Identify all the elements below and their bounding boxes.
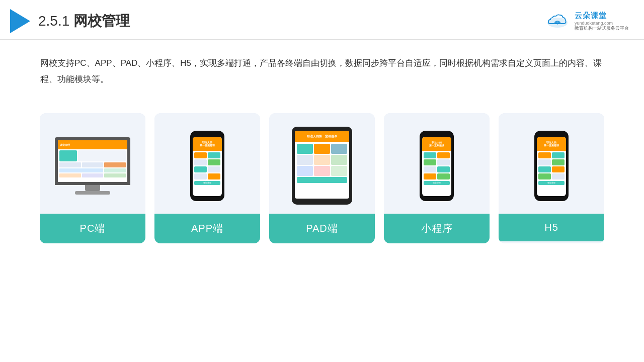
- phone-header-text-h5: 职达人的第一堂刷题课: [544, 141, 559, 147]
- tablet-content: 职达人的第一堂刷题课: [295, 131, 349, 199]
- card-pc-label: PC端: [40, 214, 145, 243]
- phone-notch-h5: [546, 134, 556, 137]
- phone-header-text-app: 职达人的第一堂刷题课: [200, 141, 215, 147]
- card-pc-image: 课堂管理: [40, 113, 145, 214]
- card-app: 职达人的第一堂刷题课: [154, 113, 260, 243]
- tablet-block-5: [314, 155, 330, 165]
- card-h5-image: 职达人的第一堂刷题课: [499, 113, 604, 214]
- tablet-block-8: [314, 166, 330, 176]
- phone-screen-h5: 职达人的第一堂刷题课: [537, 137, 566, 196]
- pc-screen: 课堂管理: [55, 137, 130, 185]
- tablet-block-7: [297, 166, 313, 176]
- logo-url: yunduoketang.com: [575, 21, 613, 26]
- card-pad: 职达人的第一堂刷题课: [269, 113, 375, 243]
- pc-mockup: 课堂管理: [55, 137, 130, 195]
- pc-stand: [85, 185, 100, 191]
- title-number: 2.5.1: [38, 13, 69, 29]
- tablet-header: 职达人的第一堂刷题课: [295, 131, 349, 142]
- phone-mockup-h5: 职达人的第一堂刷题课: [534, 131, 569, 201]
- pc-screen-content: 课堂管理: [58, 140, 127, 182]
- tablet-block-4: [297, 155, 313, 165]
- card-pad-label: PAD端: [269, 214, 375, 243]
- cloud-logo-icon: [544, 12, 571, 31]
- phone-notch-mini: [432, 134, 442, 137]
- card-h5-label: H5: [499, 214, 604, 241]
- header: 2.5.1 网校管理 云朵课堂 yunduoketang.com 教育机构一站式…: [0, 0, 644, 40]
- card-h5: 职达人的第一堂刷题课: [499, 113, 604, 243]
- play-icon: [10, 9, 30, 33]
- phone-notch-app: [202, 134, 212, 137]
- phone-body-mini: 领取课程: [422, 151, 451, 187]
- title-text: 网校管理: [73, 13, 130, 29]
- tablet-block-9: [331, 166, 347, 176]
- phone-header-mini: 职达人的第一堂刷题课: [422, 137, 451, 151]
- phone-screen-mini: 职达人的第一堂刷题课: [422, 137, 451, 196]
- card-pad-image: 职达人的第一堂刷题课: [269, 113, 375, 214]
- phone-header-text-mini: 职达人的第一堂刷题课: [429, 141, 444, 147]
- card-app-image: 职达人的第一堂刷题课: [154, 113, 260, 214]
- svg-point-1: [557, 23, 558, 25]
- tablet-block-1: [297, 144, 313, 154]
- card-app-label: APP端: [154, 214, 260, 243]
- phone-screen-app: 职达人的第一堂刷题课: [193, 137, 222, 196]
- card-miniprogram: 职达人的第一堂刷题课: [384, 113, 490, 243]
- tablet-block-6: [331, 155, 347, 165]
- tablet-block-wide: [297, 177, 347, 183]
- logo-area: 云朵课堂 yunduoketang.com 教育机构一站式服务云平台: [544, 11, 629, 32]
- phone-body-app: 领取课程: [193, 151, 222, 187]
- phone-body-h5: 领取课程: [537, 151, 566, 187]
- phone-header-app: 职达人的第一堂刷题课: [193, 137, 222, 151]
- card-miniprogram-image: 职达人的第一堂刷题课: [384, 113, 490, 214]
- description-text: 网校支持PC、APP、PAD、小程序、H5，实现多端打通，产品各终端自由切换，数…: [40, 55, 604, 88]
- phone-mockup-app: 职达人的第一堂刷题课: [190, 131, 224, 201]
- card-pc: 课堂管理: [40, 113, 145, 243]
- logo-text: 云朵课堂 yunduoketang.com 教育机构一站式服务云平台: [575, 11, 629, 32]
- tablet-block-2: [314, 144, 330, 154]
- phone-header-h5: 职达人的第一堂刷题课: [537, 137, 566, 151]
- logo-name: 云朵课堂: [575, 11, 607, 21]
- card-miniprogram-label: 小程序: [384, 214, 490, 243]
- tablet-mockup: 职达人的第一堂刷题课: [292, 127, 352, 205]
- cards-container: 课堂管理: [0, 98, 644, 253]
- tablet-screen: 职达人的第一堂刷题课: [295, 131, 349, 199]
- phone-mockup-mini: 职达人的第一堂刷题课: [420, 131, 454, 201]
- tablet-header-text: 职达人的第一堂刷题课: [307, 134, 337, 139]
- description: 网校支持PC、APP、PAD、小程序、H5，实现多端打通，产品各终端自由切换，数…: [0, 40, 644, 93]
- page-title: 2.5.1 网校管理: [38, 12, 130, 31]
- tablet-block-3: [331, 144, 347, 154]
- tablet-body: [295, 142, 349, 185]
- logo-tagline: 教育机构一站式服务云平台: [575, 26, 629, 32]
- pc-base: [75, 191, 110, 195]
- header-left: 2.5.1 网校管理: [10, 9, 130, 33]
